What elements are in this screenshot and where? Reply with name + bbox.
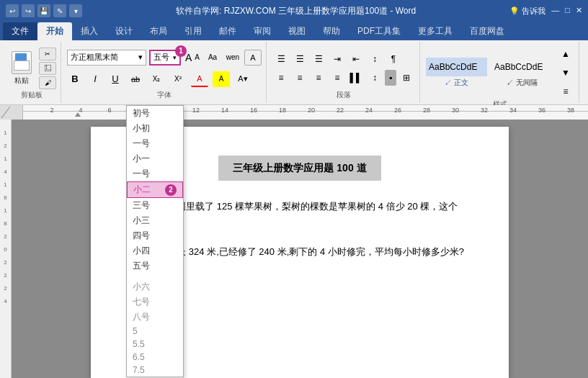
font-size-badge: 1 (175, 45, 187, 57)
font-color-button[interactable]: A▾ (234, 71, 251, 87)
paste-button[interactable]: 粘贴 (7, 47, 36, 90)
underline-button[interactable]: U (107, 71, 123, 87)
wubi-button[interactable]: wen (224, 50, 241, 66)
format-painter-button[interactable]: 🖌 (39, 76, 56, 89)
font-group: 方正粗黑末简 ▾ 五号 ▾ 1 A A Aa wen A B I (63, 42, 267, 103)
tab-mailing[interactable]: 邮件 (210, 22, 245, 40)
sort-button[interactable]: ↕ (366, 51, 383, 67)
show-marks-button[interactable]: ¶ (385, 51, 402, 67)
question-2: 2、一段路长 324 米,已经修了 240 米,剩下的 4 小时修完，平均每小时… (134, 243, 466, 260)
document-content: 1、一个果园里载了 125 棵苹果树，梨树的棵数是苹果树的 4 倍少 20 棵，… (134, 198, 466, 260)
close-icon[interactable]: ✕ (576, 6, 582, 17)
fsd-item-5[interactable]: 5 (127, 325, 183, 338)
fsd-item-xiaoer[interactable]: 小二 2 (127, 181, 183, 198)
tab-pdf[interactable]: PDF工具集 (349, 22, 409, 40)
redo-icon[interactable]: ↪ (22, 4, 35, 17)
save-icon[interactable]: 💾 (37, 4, 50, 17)
tab-layout[interactable]: 布局 (141, 22, 176, 40)
align-left-button[interactable]: ≡ (272, 70, 290, 86)
style-no-space[interactable]: AaBbCcDdE (491, 58, 553, 76)
font-shrink-button[interactable]: A (193, 53, 201, 61)
fsd-item-xiaochu[interactable]: 小初 (127, 121, 183, 136)
highlight-button[interactable]: A (213, 71, 230, 87)
ruler-corner[interactable] (0, 105, 23, 120)
title-area: 三年级上册数学应用题 100 道 (134, 156, 466, 181)
tab-view[interactable]: 视图 (280, 22, 314, 40)
tab-review[interactable]: 审阅 (245, 22, 280, 40)
font-label: 字体 (157, 90, 172, 102)
styles-down-button[interactable]: ▼ (557, 65, 574, 81)
fsd-divider (127, 274, 183, 279)
line-spacing-button[interactable]: ↕ (366, 70, 383, 86)
tab-references[interactable]: 引用 (176, 22, 210, 40)
tab-insert[interactable]: 插入 (72, 22, 107, 40)
fsd-item-xiaosi[interactable]: 小四 (127, 243, 183, 258)
fsd-item-chuhao[interactable]: 初号 (127, 106, 183, 121)
font-size-box[interactable]: 五号 ▾ 1 (149, 50, 181, 66)
column-button[interactable]: ▌▌ (347, 70, 365, 86)
fsd-item-yihao2[interactable]: 一号 (127, 166, 183, 181)
fsd-item-sanhao[interactable]: 三号 (127, 198, 183, 213)
bullet-list-button[interactable]: ☰ (272, 51, 290, 67)
style-normal[interactable]: AaBbCcDdE (426, 58, 487, 76)
increase-indent-button[interactable]: ⇥ (329, 51, 346, 67)
quick-access-icon[interactable]: ✎ (53, 4, 66, 17)
font-size-dropdown: 初号 小初 一号 小一 一号 小二 2 三号 小三 四号 小四 五号 小六 七号… (126, 105, 184, 377)
shading-button[interactable]: ▪ (385, 70, 396, 86)
number-list-button[interactable]: ☰ (291, 51, 308, 67)
font-name-box[interactable]: 方正粗黑末简 ▾ (67, 50, 146, 66)
fsd-item-wuhao[interactable]: 五号 (127, 258, 183, 274)
superscript-button[interactable]: X² (169, 71, 187, 87)
clipboard-label: 剪贴板 (21, 90, 43, 102)
tab-file[interactable]: 文件 (3, 22, 37, 40)
text-color-button[interactable]: A (191, 71, 208, 87)
subscript-button[interactable]: X₂ (148, 71, 165, 87)
fsd-item-xiaosan[interactable]: 小三 (127, 213, 183, 228)
minimize-icon[interactable]: — (551, 6, 559, 17)
styles-expand-button[interactable]: ≡ (557, 84, 574, 99)
tab-more-tools[interactable]: 更多工具 (409, 22, 461, 40)
fsd-item-sihao[interactable]: 四号 (127, 228, 183, 243)
format-text-button[interactable]: A (244, 50, 262, 66)
main-area: 12141 61820 2224 三年级上册数学应用题 100 道 1、一个果园… (0, 120, 588, 378)
fsd-item-6.5[interactable]: 6.5 (127, 351, 183, 364)
ruler-indent-marker[interactable] (75, 112, 81, 117)
justify-button[interactable]: ≡ (329, 70, 346, 86)
clear-format-button[interactable]: Aa (204, 50, 221, 66)
decrease-indent-button[interactable]: ⇤ (347, 51, 365, 67)
tab-help[interactable]: 帮助 (314, 22, 349, 40)
styles-up-button[interactable]: ▲ (557, 46, 574, 62)
fsd-item-xiaoyi[interactable]: 小一 (127, 151, 183, 166)
tab-home[interactable]: 开始 (37, 22, 72, 40)
tab-baidu[interactable]: 百度网盘 (461, 22, 513, 40)
font-bottom-row: B I U ab X₂ X² A A A▾ (67, 71, 262, 87)
align-center-button[interactable]: ≡ (291, 70, 308, 86)
cut-button[interactable]: ✂ (39, 48, 56, 60)
document-title: 三年级上册数学应用题 100 道 (233, 162, 366, 174)
fsd-item-yihao[interactable]: 一号 (127, 136, 183, 151)
ruler-corner-icon (0, 105, 12, 120)
borders-button[interactable]: ⊞ (398, 70, 415, 86)
tab-design[interactable]: 设计 (107, 22, 141, 40)
fsd-item-5.5[interactable]: 5.5 (127, 338, 183, 351)
vertical-ruler: 12141 61820 2224 (0, 120, 12, 378)
outline-button[interactable]: ☰ (310, 51, 327, 67)
fsd-item-xiaoliu[interactable]: 小六 (127, 279, 183, 294)
title-bar: ↩ ↪ 💾 ✎ ▾ 软件自学网: RJZXW.COM 三年级上册数学应用题100… (0, 0, 588, 22)
fsd-item-qihao[interactable]: 七号 (127, 294, 183, 310)
para-bottom-row: ≡ ≡ ≡ ≡ ▌▌ ↕ ▪ ⊞ (272, 70, 415, 86)
restore-icon[interactable]: □ (565, 6, 570, 17)
question-1: 1、一个果园里载了 125 棵苹果树，梨树的棵数是苹果树的 4 倍少 20 棵，… (134, 198, 466, 232)
copy-button[interactable]: ⿺ (39, 62, 56, 75)
strikethrough-button[interactable]: ab (128, 71, 143, 87)
ribbon: 粘贴 ✂ ⿺ 🖌 剪贴板 方正粗黑末简 ▾ 五号 ▾ 1 (0, 40, 588, 105)
fsd-item-bahao[interactable]: 八号 (127, 310, 183, 325)
bold-button[interactable]: B (67, 71, 83, 87)
fsd-item-7.5[interactable]: 7.5 (127, 364, 183, 377)
undo-icon[interactable]: ↩ (6, 4, 19, 17)
tell-me-icon[interactable]: 💡 告诉我 (509, 6, 545, 17)
italic-button[interactable]: I (87, 71, 103, 87)
align-right-button[interactable]: ≡ (310, 70, 327, 86)
title-block: 三年级上册数学应用题 100 道 (218, 156, 380, 181)
customize-icon[interactable]: ▾ (69, 4, 82, 17)
